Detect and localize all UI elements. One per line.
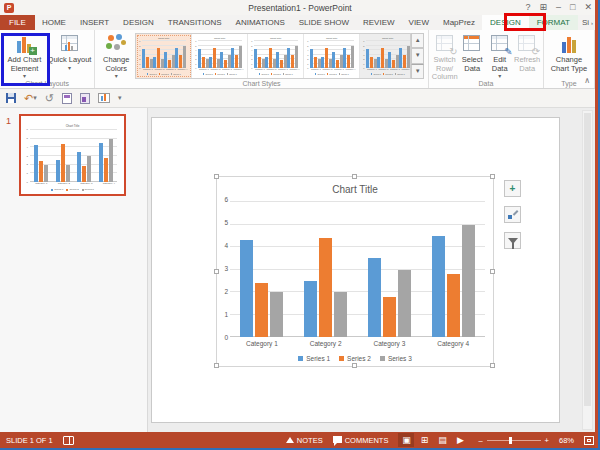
zoom-in-icon[interactable]: + xyxy=(545,436,549,445)
zoom-level[interactable]: 68% xyxy=(559,436,574,445)
redo-icon[interactable]: ↺ xyxy=(45,93,54,103)
chart-elements-button[interactable]: + xyxy=(504,180,521,197)
chart-object[interactable]: Chart Title0123456Category 1Category 2Ca… xyxy=(216,176,494,367)
fit-slide-icon[interactable] xyxy=(584,436,594,445)
legend-label: Series 1 xyxy=(317,73,324,75)
vertical-scrollbar[interactable] xyxy=(582,110,593,430)
close-icon[interactable]: ✕ xyxy=(584,0,592,15)
tab-insert[interactable]: INSERT xyxy=(73,15,116,30)
legend: Series 1Series 2Series 3 xyxy=(25,187,120,192)
legend-item: Series 2 xyxy=(159,73,169,75)
change-colors-button[interactable]: Change Colors ▾ xyxy=(97,32,135,78)
add-chart-element-button[interactable]: + Add Chart Element ▾ xyxy=(2,32,47,78)
maximize-icon[interactable]: □ xyxy=(570,0,575,15)
normal-view-icon[interactable]: ▣ xyxy=(398,433,414,447)
slide-sorter-icon[interactable]: ⊞ xyxy=(416,433,432,447)
bar[interactable] xyxy=(383,297,396,338)
selection-handle[interactable] xyxy=(214,363,219,368)
selection-handle[interactable] xyxy=(490,269,495,274)
paste-icon[interactable] xyxy=(80,93,90,104)
bar xyxy=(202,57,205,68)
legend-item: Series 2 xyxy=(66,188,78,191)
bar[interactable] xyxy=(398,270,411,338)
bar-group xyxy=(254,41,265,68)
selection-handle[interactable] xyxy=(490,174,495,179)
gallery-up-icon[interactable]: ▲ xyxy=(411,33,424,48)
bar[interactable] xyxy=(462,225,475,338)
gallery-more-icon[interactable]: ▼ xyxy=(411,64,424,79)
bar xyxy=(254,49,257,68)
bar-group xyxy=(399,41,410,68)
bar[interactable] xyxy=(270,292,283,337)
chart-style-thumb[interactable]: Chart Title0123456Category 1Category 2Ca… xyxy=(136,34,192,78)
slideshow-icon[interactable]: ▶ xyxy=(452,433,468,447)
bar xyxy=(377,57,380,68)
comments-button[interactable]: COMMENTS xyxy=(333,436,389,445)
slide-thumbnail[interactable]: Chart Title0123456Category 1Category 2Ca… xyxy=(19,114,126,196)
qat-dropdown-icon[interactable]: ▾ xyxy=(118,94,122,102)
chart-style-thumb[interactable]: Chart Title0123456Category 1Category 2Ca… xyxy=(248,34,304,78)
chart-style-thumb[interactable]: Chart Title0123456Category 1Category 2Ca… xyxy=(360,34,411,78)
ribbon-display-options-icon[interactable]: ⊞ xyxy=(539,0,547,15)
tab-slide-show[interactable]: SLIDE SHOW xyxy=(292,15,356,30)
chart-style-thumb[interactable]: Chart Title0123456Category 1Category 2Ca… xyxy=(304,34,360,78)
tab-home[interactable]: HOME xyxy=(35,15,73,30)
change-chart-type-button[interactable]: Change Chart Type xyxy=(546,32,591,78)
y-tick-label: 6 xyxy=(195,40,196,42)
bar[interactable] xyxy=(368,258,381,337)
slide-layout-icon[interactable] xyxy=(98,93,110,103)
tab-transitions[interactable]: TRANSITIONS xyxy=(161,15,229,30)
save-icon[interactable] xyxy=(6,93,16,103)
collapse-ribbon-icon[interactable]: ∧ xyxy=(584,76,590,85)
change-chart-type-icon xyxy=(558,34,580,54)
bar xyxy=(314,57,317,68)
legend-swatch xyxy=(339,356,344,361)
tab-contextual-design[interactable]: DESIGN xyxy=(482,15,529,30)
tab-view[interactable]: VIEW xyxy=(402,15,436,30)
zoom-slider[interactable] xyxy=(487,440,541,441)
selection-handle[interactable] xyxy=(214,174,219,179)
selection-handle[interactable] xyxy=(214,269,219,274)
edit-data-button[interactable]: ✎Edit Data▾ xyxy=(486,32,514,78)
tab-contextual-format[interactable]: FORMAT xyxy=(529,15,578,30)
tab-file[interactable]: FILE xyxy=(0,15,35,30)
tab-design[interactable]: DESIGN xyxy=(116,15,161,30)
reading-view-icon[interactable]: ▤ xyxy=(434,433,450,447)
chart-styles-button[interactable] xyxy=(504,206,521,223)
help-icon[interactable]: ? xyxy=(525,0,530,15)
tab-animations[interactable]: ANIMATIONS xyxy=(229,15,292,30)
notes-button[interactable]: NOTES xyxy=(286,436,323,445)
bar[interactable] xyxy=(255,283,268,337)
zoom-slider-thumb[interactable] xyxy=(509,437,512,444)
selection-handle[interactable] xyxy=(490,363,495,368)
legend-item: Series 3 xyxy=(395,73,405,75)
tab-review[interactable]: REVIEW xyxy=(356,15,402,30)
minimize-icon[interactable]: – xyxy=(556,0,561,15)
bar[interactable] xyxy=(319,238,332,337)
selection-handle[interactable] xyxy=(352,174,357,179)
quick-layout-button[interactable]: Quick Layout ▾ xyxy=(47,32,92,78)
bar[interactable] xyxy=(304,281,317,337)
tab-mapprez[interactable]: MapPrez xyxy=(436,15,482,30)
bar[interactable] xyxy=(334,292,347,337)
legend-swatch xyxy=(82,189,84,191)
slide-canvas[interactable]: Chart Title0123456Category 1Category 2Ca… xyxy=(151,117,560,423)
plot-area xyxy=(142,41,186,68)
undo-icon[interactable]: ↶▾ xyxy=(24,93,37,103)
select-data-button[interactable]: Select Data xyxy=(458,32,486,78)
bar xyxy=(276,52,279,68)
bar[interactable] xyxy=(240,240,253,337)
chart-style-thumb[interactable]: Chart Title0123456Category 1Category 2Ca… xyxy=(192,34,248,78)
bar xyxy=(351,46,354,69)
clipboard-icon[interactable] xyxy=(62,93,72,104)
bar xyxy=(220,52,223,68)
selection-handle[interactable] xyxy=(352,363,357,368)
gallery-down-icon[interactable]: ▼ xyxy=(411,48,424,63)
bar[interactable] xyxy=(432,236,445,337)
zoom-out-icon[interactable]: – xyxy=(478,436,482,445)
bar[interactable] xyxy=(447,274,460,337)
bar-chart[interactable]: Chart Title0123456Category 1Category 2Ca… xyxy=(217,177,493,366)
refresh-data-icon: ⟳ xyxy=(516,34,538,54)
chart-filters-button[interactable] xyxy=(504,232,521,249)
spellcheck-icon[interactable] xyxy=(63,436,74,445)
